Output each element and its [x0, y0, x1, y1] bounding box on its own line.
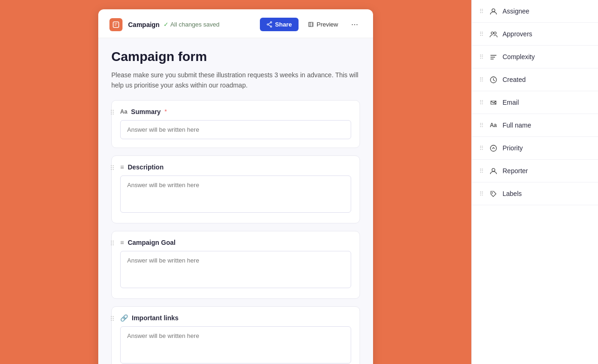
preview-icon	[308, 21, 314, 27]
section-header-summary: Aa Summary *	[120, 108, 351, 115]
sidebar-label-approvers: Approvers	[503, 30, 532, 38]
svg-rect-0	[113, 22, 119, 27]
svg-line-6	[268, 23, 270, 24]
form-container: Campaign ✓ All changes saved Share	[98, 9, 373, 364]
sidebar-item-complexity[interactable]: ⠿ Complexity	[472, 46, 598, 68]
section-label-important-links: Important links	[132, 314, 178, 322]
created-icon	[489, 75, 498, 84]
important-links-input[interactable]	[120, 326, 351, 364]
priority-icon	[489, 143, 498, 153]
form-header: Campaign ✓ All changes saved Share	[98, 9, 373, 38]
sidebar-label-assignee: Assignee	[503, 7, 530, 15]
section-header-important-links: 🔗 Important links	[120, 314, 351, 322]
sidebar-label-created: Created	[503, 76, 526, 83]
form-name: Campaign	[128, 21, 160, 28]
sidebar-item-assignee[interactable]: ⠿ Assignee	[472, 0, 598, 23]
description-input[interactable]	[120, 175, 351, 213]
drag-icon-created: ⠿	[479, 76, 484, 83]
svg-point-20	[490, 145, 496, 151]
svg-rect-14	[490, 55, 496, 56]
reporter-icon	[489, 166, 498, 175]
complexity-icon	[489, 52, 498, 61]
campaign-icon	[112, 21, 120, 28]
drag-handle-description[interactable]: ⠿	[110, 164, 115, 172]
full-name-icon: Aa	[489, 121, 498, 130]
form-heading: Campaign form	[111, 49, 360, 64]
sidebar-item-email[interactable]: ⠿ Email	[472, 91, 598, 114]
preview-label: Preview	[317, 21, 338, 28]
sidebar-label-email: Email	[503, 99, 519, 106]
section-label-campaign-goal: Campaign Goal	[128, 239, 176, 246]
required-star-summary: *	[164, 108, 167, 115]
form-section-important-links: ⠿ 🔗 Important links	[111, 306, 360, 364]
drag-handle-summary[interactable]: ⠿	[110, 109, 115, 116]
form-icon	[109, 18, 122, 31]
drag-handle-important-links[interactable]: ⠿	[110, 315, 115, 323]
sidebar: ⠿ Assignee ⠿ Approvers ⠿ Complexity ⠿ Cr…	[471, 0, 598, 364]
svg-line-7	[268, 25, 270, 26]
svg-point-3	[270, 22, 272, 23]
svg-point-11	[492, 8, 495, 11]
sidebar-label-priority: Priority	[503, 144, 523, 152]
assignee-icon	[489, 7, 498, 16]
labels-icon	[489, 189, 498, 198]
section-header-description: ≡ Description	[120, 163, 351, 171]
drag-icon-full-name: ⠿	[479, 122, 484, 129]
drag-icon-labels: ⠿	[479, 190, 484, 197]
svg-rect-15	[490, 57, 495, 58]
section-label-summary: Summary	[131, 108, 161, 115]
campaign-goal-input[interactable]	[120, 251, 351, 288]
section-header-campaign-goal: ≡ Campaign Goal	[120, 239, 351, 246]
drag-icon-complexity: ⠿	[479, 54, 484, 61]
svg-point-5	[267, 24, 268, 25]
more-options-button[interactable]: ···	[347, 18, 362, 31]
drag-icon-approvers: ⠿	[479, 31, 484, 38]
svg-point-13	[494, 32, 496, 34]
sidebar-item-full-name[interactable]: ⠿ Aa Full name	[472, 114, 598, 137]
svg-point-12	[491, 32, 493, 34]
drag-icon-priority: ⠿	[479, 145, 484, 152]
form-body: Campaign form Please make sure you submi…	[98, 38, 373, 364]
share-button[interactable]: Share	[260, 18, 299, 31]
share-label: Share	[275, 21, 292, 28]
form-section-summary: ⠿ Aa Summary *	[111, 100, 360, 148]
svg-line-19	[493, 80, 495, 81]
sidebar-item-priority[interactable]: ⠿ Priority	[472, 137, 598, 160]
section-label-description: Description	[128, 163, 163, 171]
header-actions: Share Preview ···	[260, 18, 362, 31]
drag-icon-reporter: ⠿	[479, 168, 484, 175]
sidebar-item-reporter[interactable]: ⠿ Reporter	[472, 160, 598, 182]
form-description: Please make sure you submit these illust…	[111, 70, 360, 91]
summary-input[interactable]	[120, 120, 351, 139]
svg-point-4	[270, 26, 272, 27]
svg-rect-16	[490, 59, 494, 60]
svg-point-22	[491, 192, 492, 193]
sidebar-item-created[interactable]: ⠿ Created	[472, 68, 598, 91]
share-icon	[266, 21, 272, 27]
sidebar-item-approvers[interactable]: ⠿ Approvers	[472, 23, 598, 46]
drag-icon-email: ⠿	[479, 99, 484, 106]
drag-icon-assignee: ⠿	[479, 8, 484, 15]
sidebar-label-complexity: Complexity	[503, 53, 535, 61]
sidebar-label-full-name: Full name	[503, 121, 531, 129]
saved-indicator: ✓ All changes saved	[163, 21, 220, 28]
link-icon-important-links: 🔗	[120, 314, 128, 322]
form-section-description: ⠿ ≡ Description	[111, 155, 360, 223]
saved-text: All changes saved	[170, 21, 220, 28]
list-icon-campaign-goal: ≡	[120, 239, 124, 246]
email-icon	[489, 98, 498, 107]
form-section-campaign-goal: ⠿ ≡ Campaign Goal	[111, 231, 360, 299]
text-icon-summary: Aa	[120, 108, 127, 115]
sidebar-label-labels: Labels	[503, 190, 522, 197]
preview-button[interactable]: Preview	[302, 18, 344, 31]
sidebar-item-labels[interactable]: ⠿ Labels	[472, 182, 598, 205]
approvers-icon	[489, 29, 498, 39]
list-icon-description: ≡	[120, 163, 124, 171]
drag-handle-campaign-goal[interactable]: ⠿	[110, 240, 115, 247]
check-icon: ✓	[163, 21, 169, 28]
main-area: Campaign ✓ All changes saved Share	[0, 0, 471, 364]
form-title-bar: Campaign ✓ All changes saved	[128, 21, 254, 28]
sidebar-label-reporter: Reporter	[503, 167, 528, 175]
svg-point-21	[492, 168, 495, 171]
